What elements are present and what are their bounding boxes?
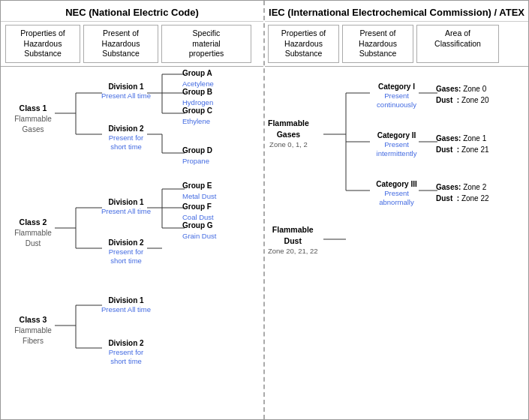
zone-2: Gases: Zone 2 Dust : Zone 22 — [436, 182, 526, 204]
category-iii: Category III Presentabnormally — [368, 179, 425, 208]
class2-div2-label: Division 2 — [100, 238, 152, 248]
iec-header-2: Present ofHazardousSubstance — [342, 25, 413, 63]
class1-div2-box: Division 2 Present forshort time — [100, 124, 152, 152]
cat-i-sub: Presentcontinuously — [368, 92, 425, 110]
cat-i-label: Category I — [368, 82, 425, 92]
class3-div1: Division 1 Present All time — [100, 296, 152, 314]
nec-headers: Properties ofHazardousSubstance Present … — [1, 22, 263, 67]
sections: NEC (National Electric Code) Properties … — [1, 1, 528, 419]
category-i: Category I Presentcontinuously — [368, 82, 425, 110]
nec-section: NEC (National Electric Code) Properties … — [1, 1, 265, 419]
class1-div1: Division 1 Present All time — [100, 82, 152, 100]
class2-div1-sub: Present All time — [100, 207, 152, 216]
group-e-label: Group E — [182, 181, 250, 191]
iec-section: IEC (International Electrochemical Commi… — [265, 1, 528, 419]
main-container: NEC (National Electric Code) Properties … — [0, 0, 529, 420]
class1: Class 1 Flammable Gases — [7, 103, 59, 135]
nec-header-3: Specificmaterialproperties — [161, 25, 251, 63]
zone-0-gases: Gases: Zone 0 — [436, 83, 526, 94]
group-f: Group F Coal Dust — [182, 202, 250, 222]
class3-div2-label: Division 2 — [100, 338, 152, 348]
iec-headers: Properties ofHazardousSubstance Present … — [265, 22, 528, 67]
class3-div1-label: Division 1 — [100, 296, 152, 305]
group-d-label: Group D — [182, 146, 250, 156]
group-g-label: Group G — [182, 220, 250, 231]
flammable-dust-label: FlammableDust — [268, 224, 318, 246]
class1-div1-sub: Present All time — [100, 92, 152, 100]
group-a: Group A Acetylene — [182, 68, 250, 88]
nec-header-2: Present ofHazardousSubstance — [83, 25, 158, 63]
class3-div2-sub: Present forshort time — [100, 348, 152, 367]
class1-div2: Division 2 Present forshort time — [100, 124, 152, 152]
group-d-sub: Propane — [182, 156, 250, 166]
flammable-gases-label: FlammableGases — [268, 118, 309, 140]
class3-sub: Flammable Fibers — [7, 326, 59, 346]
nec-title: NEC (National Electric Code) — [1, 1, 263, 22]
cat-iii-label: Category III — [368, 179, 425, 189]
zone-1-dust: Dust : Zone 21 — [436, 144, 526, 155]
iec-header-1: Properties ofHazardousSubstance — [268, 25, 339, 63]
zone-0-dust: Dust : Zone 20 — [436, 94, 526, 106]
iec-header-3: Area ofClassification — [416, 25, 499, 63]
nec-header-1: Properties ofHazardousSubstance — [5, 25, 80, 63]
group-c-sub: Ethylene — [182, 116, 250, 126]
group-g: Group G Grain Dust — [182, 220, 250, 241]
class1-div1-label: Division 1 — [100, 82, 152, 92]
cat-ii-sub: Presentintermittently — [368, 140, 425, 159]
flammable-gases-sub: Zone 0, 1, 2 — [268, 140, 309, 149]
class2-div2: Division 2 Present forshort time — [100, 238, 152, 266]
class1-div2-sub: Present forshort time — [100, 134, 152, 152]
class2-label: Class 2 — [7, 217, 59, 228]
class3-div1-sub: Present All time — [100, 305, 152, 314]
iec-title: IEC (International Electrochemical Commi… — [265, 1, 528, 22]
group-g-sub: Grain Dust — [182, 231, 250, 241]
class1-div1-box: Division 1 Present All time — [100, 82, 152, 100]
group-e: Group E Metal Dust — [182, 181, 250, 201]
group-d: Group D Propane — [182, 146, 250, 166]
cat-ii-label: Category II — [368, 130, 425, 140]
class1-sub: Flammable Gases — [7, 114, 59, 135]
group-f-label: Group F — [182, 202, 250, 212]
class2-div1-label: Division 1 — [100, 197, 152, 207]
class2-div2-sub: Present forshort time — [100, 248, 152, 266]
group-b-label: Group B — [182, 87, 250, 98]
class2-sub: Flammable Dust — [7, 228, 59, 249]
group-c-label: Group C — [182, 106, 250, 116]
zone-1: Gases: Zone 1 Dust : Zone 21 — [436, 133, 526, 155]
class2: Class 2 Flammable Dust — [7, 217, 59, 249]
cat-iii-sub: Presentabnormally — [368, 189, 425, 208]
group-e-sub: Metal Dust — [182, 191, 250, 201]
iec-body: FlammableGases Zone 0, 1, 2 FlammableDus… — [265, 67, 528, 419]
class1-div2-label: Division 2 — [100, 124, 152, 134]
group-c: Group C Ethylene — [182, 106, 250, 126]
zone-2-dust: Dust : Zone 22 — [436, 193, 526, 204]
class3-label: Class 3 — [7, 314, 59, 326]
class3-div2: Division 2 Present forshort time — [100, 338, 152, 367]
zone-2-gases: Gases: Zone 2 — [436, 182, 526, 193]
group-b: Group B Hydrogen — [182, 87, 250, 107]
zone-1-gases: Gases: Zone 1 — [436, 133, 526, 144]
category-ii: Category II Presentintermittently — [368, 130, 425, 159]
class1-box: Class 1 Flammable Gases — [7, 103, 59, 135]
class3: Class 3 Flammable Fibers — [7, 314, 59, 346]
class1-label: Class 1 — [7, 103, 59, 114]
class2-div1: Division 1 Present All time — [100, 197, 152, 216]
flammable-dust-sub: Zone 20, 21, 22 — [268, 246, 318, 256]
nec-body: Class 1 Flammable Gases Division 1 Prese… — [1, 67, 265, 419]
group-a-label: Group A — [182, 68, 250, 79]
zone-0: Gases: Zone 0 Dust : Zone 20 — [436, 83, 526, 106]
